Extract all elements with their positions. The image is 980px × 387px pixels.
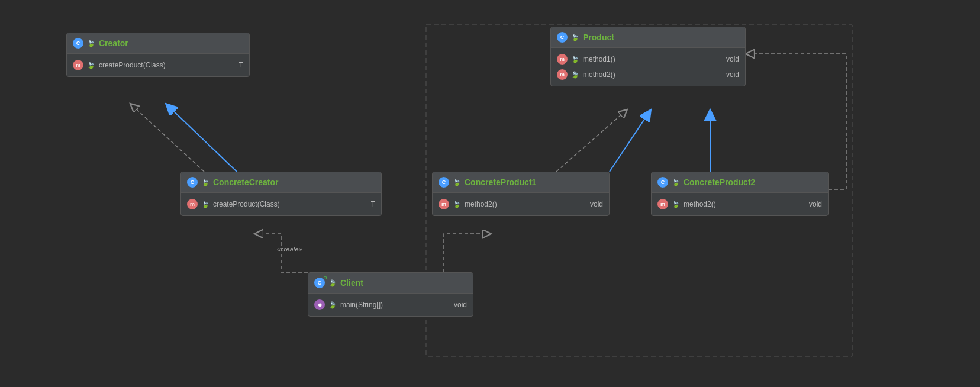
arrow-dashed-concrete-creator-to-creator <box>130 104 204 172</box>
product-return-2: void <box>726 70 739 79</box>
cp2-class-name: ConcreteProduct2 <box>684 178 755 187</box>
product-class-box: C 🍃 Product m 🍃 method1() void m 🍃 metho… <box>550 27 746 86</box>
cp1-method-leaf: 🍃 <box>453 200 461 208</box>
creator-header: C 🍃 Creator <box>67 33 249 54</box>
cp1-return: void <box>590 200 603 208</box>
product-body: m 🍃 method1() void m 🍃 method2() void <box>551 48 745 86</box>
product-method-name-2: method2() <box>583 70 718 79</box>
client-method-name: main(String[]) <box>340 301 446 309</box>
method-leaf-icon: 🍃 <box>87 61 95 69</box>
client-method-1: ◆ 🍃 main(String[]) void <box>314 297 467 312</box>
cp1-method-1: m 🍃 method2() void <box>439 196 603 212</box>
method-icon-m2: m <box>557 69 568 80</box>
method-icon-m1: m <box>557 54 568 64</box>
product-method-2: m 🍃 method2() void <box>557 67 739 82</box>
cp2-method-name: method2() <box>684 200 801 208</box>
cp1-method-icon: m <box>439 199 449 209</box>
product-class-name: Product <box>583 33 614 42</box>
client-leaf-icon: 🍃 <box>328 279 337 287</box>
cp1-method-name: method2() <box>465 200 582 208</box>
arrow-dashed-cp1-to-product <box>556 109 627 172</box>
product-method-name-1: method1() <box>583 55 718 63</box>
arrow-client-to-concrete-creator <box>254 234 355 272</box>
method-leaf-1: 🍃 <box>571 55 579 63</box>
cp1-body: m 🍃 method2() void <box>433 193 609 215</box>
arrow-dashed-cp2-to-product-right <box>746 54 846 189</box>
cc-method-1: m 🍃 createProduct(Class) T <box>187 196 375 212</box>
cc-return: T <box>371 200 375 208</box>
cp2-class-icon: C <box>657 177 668 188</box>
return-type: T <box>239 61 243 69</box>
cp2-body: m 🍃 method2() void <box>652 193 828 215</box>
cp2-return: void <box>809 200 822 208</box>
cc-method-icon: m <box>187 199 198 209</box>
creator-class-icon: C <box>73 38 83 49</box>
client-method-leaf: 🍃 <box>328 301 337 309</box>
creator-body: m 🍃 createProduct(Class) T <box>67 54 249 76</box>
cp2-header: C 🍃 ConcreteProduct2 <box>652 172 828 193</box>
cc-body: m 🍃 createProduct(Class) T <box>181 193 381 215</box>
client-header: C ⊕ 🍃 Client <box>308 273 473 294</box>
client-class-icon: C ⊕ <box>314 278 325 288</box>
method-leaf-2: 🍃 <box>571 70 579 79</box>
client-method-icon: ◆ <box>314 299 325 310</box>
concrete-product2-class-box: C 🍃 ConcreteProduct2 m 🍃 method2() void <box>651 172 829 216</box>
cp1-leaf-icon: 🍃 <box>453 178 461 186</box>
creator-leaf-icon: 🍃 <box>87 39 95 47</box>
cp2-leaf-icon: 🍃 <box>672 178 680 186</box>
client-body: ◆ 🍃 main(String[]) void <box>308 294 473 316</box>
method-icon-m: m <box>73 60 83 70</box>
cp1-class-icon: C <box>439 177 449 188</box>
creator-method-1: m 🍃 createProduct(Class) T <box>73 57 243 73</box>
arrow-cp1-to-product <box>610 109 651 172</box>
concrete-creator-class-box: C 🍃 ConcreteCreator m 🍃 createProduct(Cl… <box>180 172 382 216</box>
product-return-1: void <box>726 55 739 63</box>
product-header: C 🍃 Product <box>551 27 745 48</box>
cp2-method-leaf: 🍃 <box>672 200 680 208</box>
diagram-container: C 🍃 Creator m 🍃 createProduct(Class) T C… <box>0 0 980 387</box>
concrete-product1-class-box: C 🍃 ConcreteProduct1 m 🍃 method2() void <box>432 172 610 216</box>
method-name: createProduct(Class) <box>99 61 231 69</box>
cc-class-name: ConcreteCreator <box>213 178 278 187</box>
cp2-method-1: m 🍃 method2() void <box>657 196 822 212</box>
concrete-creator-header: C 🍃 ConcreteCreator <box>181 172 381 193</box>
product-leaf-icon: 🍃 <box>571 33 579 41</box>
cc-class-icon: C <box>187 177 198 188</box>
arrow-concrete-creator-to-creator <box>166 104 237 172</box>
creator-class-name: Creator <box>99 38 128 48</box>
product-method-1: m 🍃 method1() void <box>557 51 739 67</box>
arrow-client-to-cp1 <box>391 234 491 272</box>
creator-class-box: C 🍃 Creator m 🍃 createProduct(Class) T <box>66 33 250 77</box>
client-class-box: C ⊕ 🍃 Client ◆ 🍃 main(String[]) void <box>308 272 473 317</box>
product-class-icon: C <box>557 32 568 43</box>
client-return: void <box>454 301 467 309</box>
cp2-method-icon: m <box>657 199 668 209</box>
cc-method-name: createProduct(Class) <box>213 200 363 208</box>
cp1-header: C 🍃 ConcreteProduct1 <box>433 172 609 193</box>
cc-leaf-icon: 🍃 <box>201 178 209 186</box>
create-label: «create» <box>277 246 302 253</box>
cc-method-leaf: 🍃 <box>201 200 209 208</box>
client-class-name: Client <box>340 278 363 288</box>
cp1-class-name: ConcreteProduct1 <box>465 178 536 187</box>
